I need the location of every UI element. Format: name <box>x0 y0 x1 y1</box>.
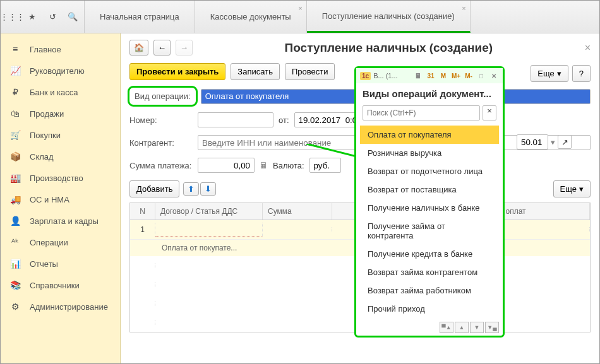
tab-close-icon[interactable]: × <box>462 4 465 12</box>
sidebar-item[interactable]: ≡Главное <box>1 38 120 60</box>
popup-maximize-icon[interactable]: □ <box>476 71 486 81</box>
save-button[interactable]: Записать <box>231 63 280 80</box>
col-n[interactable]: N <box>130 203 155 220</box>
sidebar-icon: 📈 <box>9 66 21 76</box>
forward-button[interactable]: → <box>176 40 193 56</box>
number-label: Номер: <box>129 115 193 125</box>
popup-item[interactable]: Прочий приход <box>360 300 499 318</box>
popup-first-button[interactable]: ▀▲ <box>440 322 453 333</box>
sidebar-item[interactable]: ⚙Администрирование <box>1 296 120 317</box>
sidebar-icon: ≡ <box>9 44 21 54</box>
sidebar-label: Справочники <box>30 281 80 290</box>
sidebar-item[interactable]: ₽Банк и касса <box>1 81 120 103</box>
popup-last-button[interactable]: ▼▄ <box>485 322 499 333</box>
popup-item[interactable]: Возврат от подотчетного лица <box>360 162 499 180</box>
number-field[interactable] <box>198 112 273 127</box>
add-button[interactable]: Добавить <box>129 180 179 197</box>
move-down-button[interactable]: ⬇ <box>200 182 216 196</box>
popup-list: Оплата от покупателяРозничная выручкаВоз… <box>356 124 503 319</box>
tab-close-icon[interactable]: × <box>298 4 302 12</box>
popup-item[interactable]: Оплата от покупателя <box>360 126 499 144</box>
star-icon[interactable]: ★ <box>26 11 39 23</box>
popup-header: Виды операций документ... <box>356 83 503 102</box>
sidebar-icon: 👤 <box>9 216 21 226</box>
popup-mminus-icon[interactable]: M- <box>464 71 474 81</box>
sidebar-icon: 📊 <box>9 259 21 269</box>
date-label: от: <box>279 115 289 125</box>
contragent-label: Контрагент: <box>129 138 193 148</box>
sidebar-icon: 🚚 <box>9 194 21 204</box>
sidebar-icon: 🛍 <box>9 109 21 119</box>
currency-label: Валюта: <box>273 161 304 170</box>
sidebar-label: Склад <box>30 152 54 161</box>
sidebar-icon: 📦 <box>9 151 21 161</box>
close-icon[interactable]: × <box>585 42 591 54</box>
popup-item[interactable]: Получение займа от контрагента <box>360 217 499 245</box>
more-button[interactable]: Еще ▾ <box>531 65 568 82</box>
col-sum[interactable]: Сумма <box>263 203 332 220</box>
back-button[interactable]: ← <box>153 40 171 56</box>
sidebar-item[interactable]: 📈Руководителю <box>1 60 120 81</box>
sidebar-item[interactable]: 📦Склад <box>1 146 120 167</box>
page-title: Поступление наличных (создание) <box>198 41 580 55</box>
tab[interactable]: Начальная страница <box>85 1 195 33</box>
op-type-label: Вид операции: <box>129 88 196 105</box>
op-type-popup: 1c В... (1... 🖩 31 M M+ M- □ ✕ Виды опер… <box>354 66 505 338</box>
history-icon[interactable]: ↺ <box>46 11 59 23</box>
sidebar-label: Администрирование <box>30 302 108 312</box>
popup-item[interactable]: Возврат от поставщика <box>360 180 499 199</box>
open-account-icon[interactable]: ↗ <box>558 135 572 149</box>
popup-mplus-icon[interactable]: M+ <box>451 71 461 81</box>
popup-calendar-icon[interactable]: 31 <box>426 71 436 81</box>
popup-close-icon[interactable]: ✕ <box>489 71 499 81</box>
sum-label: Сумма платежа: <box>129 161 193 170</box>
sidebar-item[interactable]: 🛍Продажи <box>1 103 120 124</box>
popup-item[interactable]: Розничная выручка <box>360 144 499 162</box>
top-icon-group: ⋮⋮⋮ ★ ↺ 🔍 <box>1 1 85 33</box>
sidebar-item[interactable]: 🏭Производство <box>1 167 120 189</box>
tab[interactable]: Кассовые документы× <box>195 1 307 33</box>
home-button[interactable]: 🏠 <box>129 40 148 56</box>
sidebar-icon: 🏭 <box>9 173 21 183</box>
sidebar-label: Отчеты <box>30 259 58 269</box>
apps-icon[interactable]: ⋮⋮⋮ <box>6 11 18 23</box>
sidebar-icon: 🛒 <box>9 130 21 140</box>
sidebar-label: Продажи <box>30 109 64 119</box>
account-field[interactable] <box>517 134 548 150</box>
sidebar-icon: 📚 <box>9 280 21 290</box>
sidebar-label: Покупки <box>30 131 61 140</box>
search-icon[interactable]: 🔍 <box>66 11 79 23</box>
tab[interactable]: Поступление наличных (создание)× <box>307 1 471 33</box>
grid-more-button[interactable]: Еще ▾ <box>553 180 591 197</box>
popup-calc-icon[interactable]: 🖩 <box>413 71 423 81</box>
popup-item[interactable]: Возврат займа контрагентом <box>360 263 499 281</box>
help-button[interactable]: ? <box>572 65 591 82</box>
sidebar-label: ОС и НМА <box>30 195 69 204</box>
popup-item[interactable]: Получение наличных в банке <box>360 199 499 217</box>
sidebar-item[interactable]: 👤Зарплата и кадры <box>1 210 120 232</box>
tab-list: Начальная страницаКассовые документы×Пос… <box>85 1 471 33</box>
sidebar-item[interactable]: 📚Справочники <box>1 274 120 296</box>
sidebar-label: Производство <box>30 173 83 183</box>
sidebar-item[interactable]: ᴬᵏОперации <box>1 232 120 253</box>
post-close-button[interactable]: Провести и закрыть <box>129 63 225 80</box>
sidebar-label: Операции <box>30 238 68 247</box>
popup-search-input[interactable] <box>363 105 480 120</box>
popup-down-button[interactable]: ▼ <box>470 322 484 333</box>
col-contract[interactable]: Договор / Статья ДДС <box>155 203 263 220</box>
app-badge-icon: 1c <box>360 72 371 80</box>
move-up-button[interactable]: ⬆ <box>183 182 199 196</box>
post-button[interactable]: Провести <box>285 63 335 80</box>
popup-search-clear[interactable]: × <box>483 105 496 120</box>
sidebar-label: Главное <box>30 45 61 54</box>
sidebar-item[interactable]: 🛒Покупки <box>1 124 120 146</box>
calc-icon[interactable]: 🖩 <box>260 161 268 170</box>
sum-field[interactable] <box>198 158 255 173</box>
popup-item[interactable]: Возврат займа работником <box>360 281 499 300</box>
popup-item[interactable]: Получение кредита в банке <box>360 245 499 263</box>
popup-m-icon[interactable]: M <box>438 71 448 81</box>
popup-up-button[interactable]: ▲ <box>455 322 469 333</box>
sidebar-item[interactable]: 🚚ОС и НМА <box>1 189 120 210</box>
sidebar-item[interactable]: 📊Отчеты <box>1 253 120 274</box>
sidebar-label: Банк и касса <box>30 88 78 97</box>
